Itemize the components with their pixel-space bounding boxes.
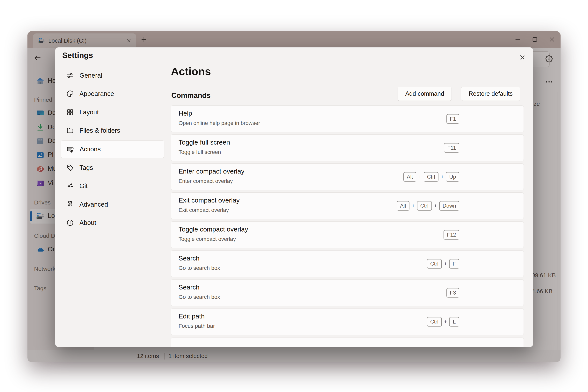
- command-row[interactable]: Toggle compact overlay Toggle compact ov…: [171, 222, 524, 248]
- add-command-button[interactable]: Add command: [398, 87, 452, 101]
- settings-nav-item-advanced[interactable]: Advanced: [61, 196, 164, 213]
- command-row[interactable]: Toggle full screen Toggle full screen F1…: [171, 134, 524, 161]
- command-row[interactable]: Edit path Focus path bar Ctrl+L: [171, 308, 524, 335]
- keycap: F1: [446, 114, 459, 124]
- command-description: Go to search box: [179, 294, 220, 300]
- settings-nav-item-layout[interactable]: Layout: [61, 104, 164, 121]
- sparkles-icon: [66, 182, 74, 190]
- plus-separator: +: [418, 174, 422, 180]
- plus-separator: +: [444, 261, 447, 267]
- command-description: Enter compact overlay: [179, 178, 233, 184]
- keycap: Up: [446, 172, 459, 182]
- keycap: F12: [444, 230, 459, 240]
- command-name: Edit path: [179, 312, 205, 320]
- plus-separator: +: [434, 203, 437, 209]
- advanced-hearts-icon: [66, 200, 74, 208]
- settings-dialog: Settings General Appearance Layout Files…: [55, 47, 533, 347]
- settings-nav-item-actions[interactable]: Actions: [61, 140, 164, 158]
- keycap: Ctrl: [427, 317, 442, 326]
- command-shortcut: F11: [444, 143, 459, 152]
- command-shortcut: Alt+Ctrl+Down: [397, 201, 459, 210]
- command-row-partial[interactable]: [171, 338, 524, 347]
- command-name: Search: [179, 284, 200, 291]
- folder-icon: [66, 127, 74, 134]
- command-shortcut: F3: [446, 288, 459, 298]
- command-shortcut: Ctrl+L: [427, 317, 459, 326]
- keyboard-gear-icon: [66, 145, 74, 153]
- command-name: Help: [179, 110, 192, 117]
- keycap: F: [449, 259, 459, 268]
- keycap: F3: [446, 288, 459, 298]
- command-name: Toggle full screen: [179, 138, 230, 146]
- grid-icon: [66, 108, 74, 116]
- keycap: Alt: [397, 201, 410, 210]
- command-name: Enter compact overlay: [179, 168, 244, 175]
- dialog-title: Settings: [62, 51, 93, 60]
- plus-separator: +: [412, 203, 415, 209]
- dialog-close-button[interactable]: [517, 52, 528, 63]
- commands-section-label: Commands: [171, 92, 210, 100]
- command-description: Toggle compact overlay: [179, 236, 236, 242]
- command-shortcut: F1: [446, 114, 459, 124]
- keycap: Ctrl: [427, 259, 442, 268]
- command-name: Toggle compact overlay: [179, 226, 248, 233]
- command-description: Go to search box: [179, 265, 220, 271]
- sliders-icon: [66, 72, 74, 79]
- keycap: Ctrl: [424, 172, 438, 182]
- settings-nav-item-git[interactable]: Git: [61, 178, 164, 194]
- command-row[interactable]: Search Go to search box F3: [171, 279, 524, 306]
- keycap: L: [449, 317, 459, 326]
- plus-separator: +: [444, 319, 447, 325]
- command-description: Toggle full screen: [179, 149, 221, 155]
- settings-nav-item-appearance[interactable]: Appearance: [61, 85, 164, 102]
- command-description: Focus path bar: [179, 323, 215, 329]
- settings-nav-item-files-folders[interactable]: Files & folders: [61, 122, 164, 139]
- page-title: Actions: [171, 65, 211, 78]
- command-row[interactable]: Enter compact overlay Enter compact over…: [171, 164, 524, 190]
- command-description: Exit compact overlay: [179, 207, 229, 213]
- command-name: Search: [179, 254, 200, 262]
- palette-icon: [66, 90, 74, 98]
- restore-defaults-button[interactable]: Restore defaults: [461, 87, 520, 101]
- tag-icon: [66, 164, 74, 172]
- command-shortcut: Alt+Ctrl+Up: [403, 172, 459, 182]
- settings-nav-item-about[interactable]: About: [61, 214, 164, 231]
- keycap: Alt: [403, 172, 416, 182]
- command-row[interactable]: Exit compact overlay Exit compact overla…: [171, 192, 524, 219]
- command-description: Open online help page in browser: [179, 120, 260, 126]
- command-name: Exit compact overlay: [179, 196, 240, 204]
- keycap: Down: [439, 201, 459, 210]
- settings-nav-item-tags[interactable]: Tags: [61, 159, 164, 176]
- plus-separator: +: [441, 174, 444, 180]
- keycap: F11: [444, 143, 459, 152]
- keycap: Ctrl: [417, 201, 432, 210]
- commands-toolbar: Add command Restore defaults: [398, 87, 520, 101]
- command-shortcut: Ctrl+F: [427, 259, 459, 268]
- command-shortcut: F12: [444, 230, 459, 240]
- info-icon: [66, 219, 74, 227]
- command-row[interactable]: Search Go to search box Ctrl+F: [171, 250, 524, 277]
- command-row[interactable]: Help Open online help page in browser F1: [171, 106, 524, 132]
- settings-nav-item-general[interactable]: General: [61, 67, 164, 84]
